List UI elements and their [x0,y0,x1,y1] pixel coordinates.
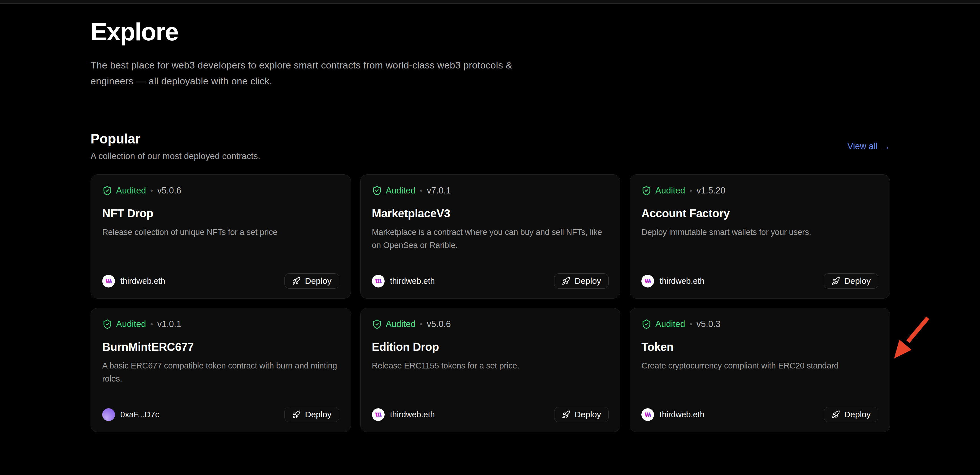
explore-page: Explore The best place for web3 develope… [91,3,890,432]
separator-dot: • [419,186,423,195]
publisher-name: thirdweb.eth [120,276,165,286]
contract-title[interactable]: NFT Drop [102,207,339,220]
popular-section-header: Popular A collection of our most deploye… [91,131,890,161]
view-all-link[interactable]: View all → [848,141,890,151]
shield-check-icon [102,319,113,329]
publisher-link[interactable]: thirdweb.eth [372,275,435,287]
deploy-button[interactable]: Deploy [824,273,878,289]
shield-check-icon [641,185,652,196]
contract-card-edition-drop[interactable]: Audited • v5.0.6 Edition Drop Release ER… [360,308,620,432]
badge-row: Audited • v5.0.6 [102,185,339,196]
rocket-icon [832,277,840,285]
shield-check-icon [102,185,113,196]
contract-title[interactable]: Account Factory [641,207,878,220]
contract-card-token[interactable]: Audited • v5.0.3 Token Create cryptocurr… [630,308,890,432]
thirdweb-logo-avatar [641,275,654,287]
card-footer: thirdweb.eth Deploy [102,273,339,289]
audited-badge: Audited [386,185,415,196]
page-subtitle: The best place for web3 developers to ex… [91,57,516,89]
version-label: v5.0.6 [157,185,181,196]
publisher-name: thirdweb.eth [660,410,704,419]
thirdweb-logo-avatar [372,408,385,421]
rocket-icon [292,277,301,285]
deploy-label: Deploy [574,410,601,419]
purple-gradient-avatar [102,408,115,421]
separator-dot: • [150,320,154,329]
rocket-icon [292,410,301,419]
deploy-label: Deploy [574,276,601,286]
contract-card-marketplacev3[interactable]: Audited • v7.0.1 MarketplaceV3 Marketpla… [360,174,620,298]
audited-badge: Audited [655,185,685,196]
arrow-right-icon: → [881,142,890,151]
card-footer: 0xaF...D7c Deploy [102,407,339,422]
shield-check-icon [641,319,652,329]
deploy-label: Deploy [844,410,871,419]
card-footer: thirdweb.eth Deploy [641,407,878,422]
version-label: v5.0.3 [697,319,720,329]
popular-cards-grid: Audited • v5.0.6 NFT Drop Release collec… [91,174,890,432]
separator-dot: • [419,320,423,329]
deploy-button[interactable]: Deploy [554,273,609,289]
publisher-link[interactable]: 0xaF...D7c [102,408,159,421]
contract-description: Release collection of unique NFTs for a … [102,226,339,239]
publisher-name: thirdweb.eth [390,276,435,286]
page-title: Explore [91,18,890,46]
thirdweb-logo-avatar [372,275,385,287]
contract-description: Marketplace is a contract where you can … [372,226,609,252]
shield-check-icon [372,185,382,196]
deploy-button[interactable]: Deploy [824,407,878,422]
view-all-label: View all [848,141,878,151]
contract-title[interactable]: Token [641,340,878,354]
publisher-name: thirdweb.eth [390,410,435,419]
card-footer: thirdweb.eth Deploy [372,273,609,289]
contract-description: A basic ERC677 compatible token contract… [102,359,339,386]
thirdweb-logo-avatar [641,408,654,421]
publisher-name: 0xaF...D7c [120,410,159,419]
contract-description: Create cryptocurrency compliant with ERC… [641,359,878,373]
contract-card-nft-drop[interactable]: Audited • v5.0.6 NFT Drop Release collec… [91,174,351,298]
publisher-link[interactable]: thirdweb.eth [102,275,165,287]
separator-dot: • [689,186,693,195]
shield-check-icon [372,319,382,329]
popular-subheading: A collection of our most deployed contra… [91,151,260,161]
publisher-name: thirdweb.eth [660,276,704,286]
contract-title[interactable]: Edition Drop [372,340,609,354]
card-footer: thirdweb.eth Deploy [372,407,609,422]
contract-card-account-factory[interactable]: Audited • v1.5.20 Account Factory Deploy… [630,174,890,298]
version-label: v1.0.1 [157,319,181,329]
separator-dot: • [689,320,693,329]
publisher-link[interactable]: thirdweb.eth [372,408,435,421]
deploy-label: Deploy [305,410,331,419]
audited-badge: Audited [655,319,685,329]
audited-badge: Audited [386,319,415,329]
deploy-label: Deploy [305,276,331,286]
badge-row: Audited • v1.5.20 [641,185,878,196]
deploy-button[interactable]: Deploy [554,407,609,422]
popular-heading-block: Popular A collection of our most deploye… [91,131,260,161]
red-arrow-annotation [882,310,934,363]
badge-row: Audited • v5.0.6 [372,319,609,329]
card-footer: thirdweb.eth Deploy [641,273,878,289]
rocket-icon [562,277,570,285]
contract-title[interactable]: BurnMintERC677 [102,340,339,354]
audited-badge: Audited [116,319,146,329]
contract-title[interactable]: MarketplaceV3 [372,207,609,220]
badge-row: Audited • v7.0.1 [372,185,609,196]
separator-dot: • [150,186,154,195]
badge-row: Audited • v5.0.3 [641,319,878,329]
popular-heading: Popular [91,131,260,147]
deploy-button[interactable]: Deploy [285,407,339,422]
publisher-link[interactable]: thirdweb.eth [641,275,704,287]
version-label: v7.0.1 [427,185,451,196]
publisher-link[interactable]: thirdweb.eth [641,408,704,421]
version-label: v1.5.20 [697,185,725,196]
rocket-icon [562,410,570,419]
deploy-label: Deploy [844,276,871,286]
thirdweb-logo-avatar [102,275,115,287]
version-label: v5.0.6 [427,319,451,329]
deploy-button[interactable]: Deploy [285,273,339,289]
rocket-icon [832,410,840,419]
contract-description: Release ERC1155 tokens for a set price. [372,359,609,373]
contract-card-burnminterc677[interactable]: Audited • v1.0.1 BurnMintERC677 A basic … [91,308,351,432]
contract-description: Deploy immutable smart wallets for your … [641,226,878,239]
